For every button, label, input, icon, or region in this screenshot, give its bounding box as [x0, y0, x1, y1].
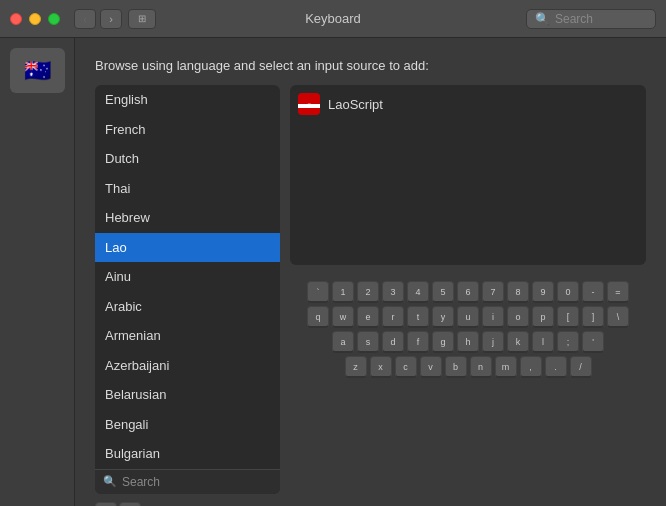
language-panel: EnglishFrenchDutchThaiHebrewLaoAinuArabi…: [95, 85, 280, 494]
key-v[interactable]: v: [420, 356, 442, 378]
language-search-input[interactable]: [122, 475, 272, 489]
language-item-lao[interactable]: Lao: [95, 233, 280, 263]
key-_[interactable]: ]: [582, 306, 604, 328]
key-_[interactable]: -: [582, 281, 604, 303]
key-_[interactable]: .: [545, 356, 567, 378]
key-r[interactable]: r: [382, 306, 404, 328]
key-_[interactable]: ': [582, 331, 604, 353]
key-y[interactable]: y: [432, 306, 454, 328]
language-list[interactable]: EnglishFrenchDutchThaiHebrewLaoAinuArabi…: [95, 85, 280, 469]
key-p[interactable]: p: [532, 306, 554, 328]
key-9[interactable]: 9: [532, 281, 554, 303]
minimize-button[interactable]: [29, 13, 41, 25]
titlebar-search-box[interactable]: 🔍: [526, 9, 656, 29]
key-a[interactable]: a: [332, 331, 354, 353]
sidebar: 🇦🇺: [0, 38, 75, 506]
remove-source-button[interactable]: −: [119, 502, 141, 507]
bottom-bar: + − Show Input menu in menu bar Cancel A…: [95, 494, 646, 507]
language-item-english[interactable]: English: [95, 85, 280, 115]
input-source-name: LaoScript: [328, 97, 383, 112]
key-4[interactable]: 4: [407, 281, 429, 303]
key-i[interactable]: i: [482, 306, 504, 328]
maximize-button[interactable]: [48, 13, 60, 25]
key-_[interactable]: ;: [557, 331, 579, 353]
key-z[interactable]: z: [345, 356, 367, 378]
key-_[interactable]: `: [307, 281, 329, 303]
main-content: 🇦🇺 Browse using language and select an i…: [0, 38, 666, 506]
language-item-thai[interactable]: Thai: [95, 174, 280, 204]
key-w[interactable]: w: [332, 306, 354, 328]
add-source-button[interactable]: +: [95, 502, 117, 507]
key-5[interactable]: 5: [432, 281, 454, 303]
key-n[interactable]: n: [470, 356, 492, 378]
key-3[interactable]: 3: [382, 281, 404, 303]
search-icon: 🔍: [103, 475, 117, 488]
key-_[interactable]: =: [607, 281, 629, 303]
input-source-item: ລ LaoScript: [298, 93, 383, 115]
grid-button[interactable]: ⊞: [128, 9, 156, 29]
key-h[interactable]: h: [457, 331, 479, 353]
language-item-hebrew[interactable]: Hebrew: [95, 203, 280, 233]
language-item-dutch[interactable]: Dutch: [95, 144, 280, 174]
back-button[interactable]: ‹: [74, 9, 96, 29]
close-button[interactable]: [10, 13, 22, 25]
key-k[interactable]: k: [507, 331, 529, 353]
key-2[interactable]: 2: [357, 281, 379, 303]
key-e[interactable]: e: [357, 306, 379, 328]
key-j[interactable]: j: [482, 331, 504, 353]
language-search-box[interactable]: 🔍: [95, 469, 280, 494]
keyboard-visual: `1234567890-=qwertyuiop[]\asdfghjkl;'zxc…: [290, 275, 646, 387]
language-item-french[interactable]: French: [95, 115, 280, 145]
key-_[interactable]: ,: [520, 356, 542, 378]
right-panel: ລ LaoScript `1234567890-=qwertyuiop[]\as…: [290, 85, 646, 494]
titlebar: ‹ › ⊞ Keyboard 🔍: [0, 0, 666, 38]
key-d[interactable]: d: [382, 331, 404, 353]
traffic-lights: [10, 13, 60, 25]
svg-text:ລ: ລ: [307, 101, 312, 110]
language-item-ainu[interactable]: Ainu: [95, 262, 280, 292]
input-source-panel: ລ LaoScript: [290, 85, 646, 265]
language-item-arabic[interactable]: Arabic: [95, 292, 280, 322]
key-g[interactable]: g: [432, 331, 454, 353]
key-c[interactable]: c: [395, 356, 417, 378]
key-f[interactable]: f: [407, 331, 429, 353]
language-item-bulgarian[interactable]: Bulgarian: [95, 439, 280, 469]
key-b[interactable]: b: [445, 356, 467, 378]
dialog-area: Browse using language and select an inpu…: [75, 38, 666, 506]
language-item-bengali[interactable]: Bengali: [95, 410, 280, 440]
key-s[interactable]: s: [357, 331, 379, 353]
key-t[interactable]: t: [407, 306, 429, 328]
add-remove-buttons: + −: [95, 502, 274, 507]
key-l[interactable]: l: [532, 331, 554, 353]
dialog-instruction: Browse using language and select an inpu…: [95, 58, 646, 73]
key-m[interactable]: m: [495, 356, 517, 378]
key-_[interactable]: /: [570, 356, 592, 378]
key-u[interactable]: u: [457, 306, 479, 328]
window-title: Keyboard: [305, 11, 361, 26]
key-1[interactable]: 1: [332, 281, 354, 303]
key-6[interactable]: 6: [457, 281, 479, 303]
key-0[interactable]: 0: [557, 281, 579, 303]
key-x[interactable]: x: [370, 356, 392, 378]
forward-button[interactable]: ›: [100, 9, 122, 29]
search-icon: 🔍: [535, 12, 550, 26]
key-7[interactable]: 7: [482, 281, 504, 303]
language-item-armenian[interactable]: Armenian: [95, 321, 280, 351]
titlebar-search-input[interactable]: [555, 12, 647, 26]
key-8[interactable]: 8: [507, 281, 529, 303]
sidebar-item-flag[interactable]: 🇦🇺: [10, 48, 65, 93]
input-source-icon: ລ: [298, 93, 320, 115]
key-_[interactable]: [: [557, 306, 579, 328]
key-_[interactable]: \: [607, 306, 629, 328]
key-o[interactable]: o: [507, 306, 529, 328]
key-q[interactable]: q: [307, 306, 329, 328]
language-item-azerbaijani[interactable]: Azerbaijani: [95, 351, 280, 381]
dialog-panels: EnglishFrenchDutchThaiHebrewLaoAinuArabi…: [95, 85, 646, 494]
language-item-belarusian[interactable]: Belarusian: [95, 380, 280, 410]
